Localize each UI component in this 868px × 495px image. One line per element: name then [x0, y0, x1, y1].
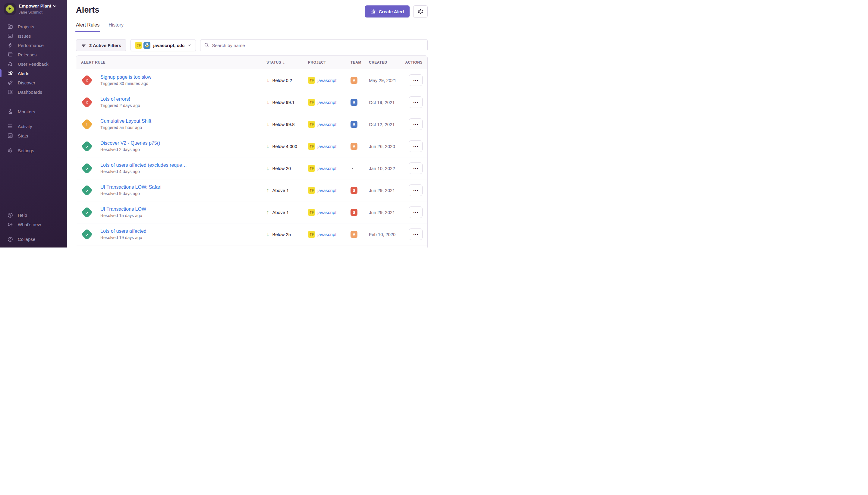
status-arrow-icon: ↑ [266, 209, 270, 215]
status-value: Above 1 [273, 188, 289, 193]
row-actions-button[interactable]: ⋯ [409, 163, 422, 174]
alerts-settings-button[interactable] [413, 5, 428, 17]
project-cell: JS javascript [308, 231, 350, 238]
sidebar-item-performance[interactable]: Performance [0, 41, 67, 50]
project-link[interactable]: javascript [317, 122, 336, 127]
search-input[interactable] [200, 39, 428, 51]
alert-rule-detail: Triggered an hour ago [100, 125, 263, 130]
table-row: Signup page is too slow Triggered 30 min… [76, 69, 427, 91]
chevron-down-icon [53, 5, 56, 7]
sidebar-footer: Help What's new Collapse [0, 210, 67, 244]
sidebar-item-stats[interactable]: Stats [0, 131, 67, 140]
main-content: Alerts Create Alert Alert Rules History … [67, 0, 434, 248]
releases-icon [7, 52, 13, 57]
alert-severity-cell [81, 76, 100, 84]
row-actions-button[interactable]: ⋯ [409, 140, 422, 152]
dashboards-icon [7, 89, 13, 95]
active-filters-button[interactable]: 2 Active Filters [76, 39, 126, 51]
sidebar: Empower Plant Jane Schmidt Projects Issu… [0, 0, 67, 248]
sidebar-item-activity[interactable]: Activity [0, 122, 67, 131]
status-arrow-icon: ↓ [266, 143, 270, 149]
project-cell: JS javascript [308, 121, 350, 128]
alert-rule-link[interactable]: Lots of errors! [100, 97, 263, 102]
dashboards-icon [7, 89, 13, 95]
sidebar-collapse-button[interactable]: Collapse [0, 235, 67, 244]
team-badge: V [350, 143, 358, 150]
sidebar-item-discover[interactable]: Discover [0, 78, 67, 87]
row-actions-button[interactable]: ⋯ [409, 228, 422, 240]
sidebar-item-dashboards[interactable]: Dashboards [0, 87, 67, 97]
status-value: Below 4,000 [273, 144, 297, 149]
column-header-project[interactable]: Project [308, 60, 350, 65]
project-link[interactable]: javascript [317, 210, 336, 215]
alert-severity-cell [81, 98, 100, 106]
status-value: Above 1 [273, 210, 289, 215]
alert-severity-cell [81, 208, 100, 217]
alert-rule-link[interactable]: UI Transactions LOW: Safari [100, 185, 263, 190]
column-header-created[interactable]: Created [369, 60, 402, 65]
column-header-team[interactable]: Team [350, 60, 369, 65]
row-actions-button[interactable]: ⋯ [409, 97, 422, 108]
alert-rule-link[interactable]: UI Transactions LOW [100, 206, 263, 212]
project-link[interactable]: javascript [317, 78, 336, 83]
issues-icon [7, 33, 13, 39]
org-logo [4, 3, 16, 15]
alert-rule-link[interactable]: Lots of users affected (excludes reque… [100, 163, 263, 168]
row-actions-button[interactable]: ⋯ [409, 185, 422, 196]
created-date: Jun 29, 2021 [369, 210, 402, 215]
status-cell: ↑ Above 1 [266, 209, 308, 215]
python-platform-icon [143, 42, 151, 49]
row-actions-button[interactable]: ⋯ [409, 206, 422, 218]
settings-icon [7, 148, 13, 153]
status-cell: ↓ Below 0.2 [266, 78, 308, 83]
alert-rule-detail: Resolved 15 days ago [100, 213, 263, 218]
team-badge: R [350, 99, 358, 106]
row-actions-button[interactable]: ⋯ [409, 74, 422, 86]
chevron-down-icon [187, 43, 191, 47]
alert-rule-link[interactable]: Signup page is too slow [100, 74, 263, 80]
activity-icon [7, 124, 13, 129]
sort-desc-icon: ↓ [283, 60, 285, 65]
project-link[interactable]: javascript [317, 188, 336, 193]
releases-icon [7, 52, 13, 57]
sidebar-item-help[interactable]: Help [0, 210, 67, 220]
alert-rule-link[interactable]: Lots of users affected [100, 228, 263, 234]
tab-history[interactable]: History [108, 22, 124, 32]
alert-rule-link[interactable]: Discover V2 - Queries p75() [100, 140, 263, 146]
user-feedback-icon [7, 61, 13, 67]
sidebar-item-what-s-new[interactable]: What's new [0, 220, 67, 229]
created-date: Jun 26, 2020 [369, 144, 402, 149]
column-header-alert-rule[interactable]: Alert Rule [81, 60, 266, 65]
sidebar-item-alerts[interactable]: Alerts [0, 69, 67, 78]
alert-severity-cell [81, 186, 100, 194]
sidebar-item-monitors[interactable]: Monitors [0, 107, 67, 116]
project-link[interactable]: javascript [317, 100, 336, 105]
settings-icon [7, 148, 13, 153]
status-arrow-icon: ↓ [266, 121, 270, 127]
sidebar-item-user-feedback[interactable]: User Feedback [0, 59, 67, 69]
create-alert-button[interactable]: Create Alert [365, 5, 410, 17]
table-row: Lots of errors! Triggered 2 days ago ↓ B… [76, 91, 427, 113]
project-link[interactable]: javascript [317, 166, 336, 171]
sidebar-item-releases[interactable]: Releases [0, 50, 67, 59]
project-link[interactable]: javascript [317, 144, 336, 149]
column-header-status[interactable]: Status ↓ [266, 60, 308, 65]
alert-rule-link[interactable]: Cumulative Layout Shift [100, 118, 263, 124]
sidebar-item-settings[interactable]: Settings [0, 146, 67, 155]
row-actions-button[interactable]: ⋯ [409, 118, 422, 130]
team-cell: V [350, 143, 369, 150]
project-selector[interactable]: JS javascript, cdc [131, 39, 196, 51]
project-cell: JS javascript [308, 165, 350, 172]
team-badge: V [350, 77, 358, 84]
project-link[interactable]: javascript [317, 232, 336, 237]
org-switcher[interactable]: Empower Plant Jane Schmidt [0, 0, 67, 18]
tab-alert-rules[interactable]: Alert Rules [76, 22, 100, 32]
created-date: Jan 10, 2022 [369, 166, 402, 171]
filter-icon [81, 43, 86, 48]
sidebar-item-issues[interactable]: Issues [0, 31, 67, 41]
created-date: Feb 10, 2020 [369, 232, 402, 237]
alerts-icon [7, 70, 13, 76]
status-arrow-icon: ↓ [266, 166, 270, 171]
sidebar-item-projects[interactable]: Projects [0, 22, 67, 31]
created-date: Oct 12, 2021 [369, 122, 402, 127]
